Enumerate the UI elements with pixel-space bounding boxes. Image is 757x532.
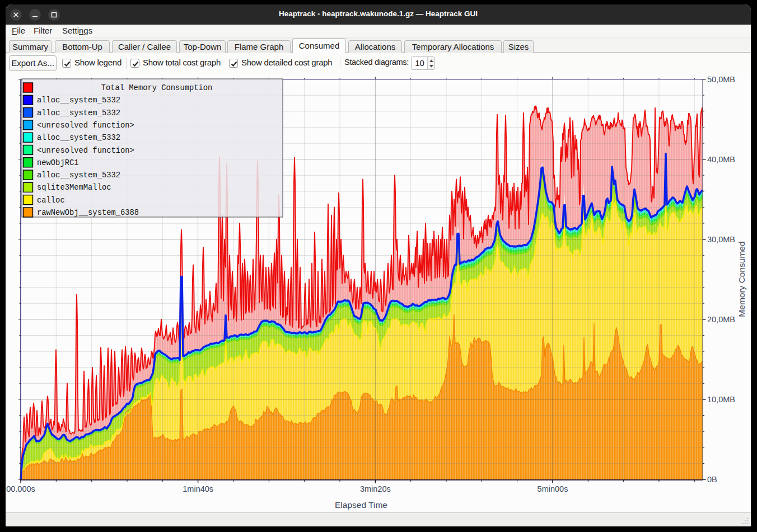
svg-text:<unresolved function>: <unresolved function>: [37, 147, 134, 155]
svg-text:alloc__system_5332: alloc__system_5332: [37, 134, 120, 142]
svg-text:00.000s: 00.000s: [6, 484, 35, 493]
svg-text:alloc__system_5332: alloc__system_5332: [37, 96, 120, 105]
svg-text:40,0MB: 40,0MB: [707, 155, 735, 164]
svg-text:50,0MB: 50,0MB: [707, 75, 735, 84]
svg-text:alloc__system_5332: alloc__system_5332: [37, 109, 120, 117]
svg-text:Elapsed Time: Elapsed Time: [335, 500, 387, 510]
svg-text:30,0MB: 30,0MB: [707, 235, 735, 244]
svg-text:5min00s: 5min00s: [538, 484, 568, 493]
svg-text:Memory Consumed: Memory Consumed: [737, 241, 746, 317]
svg-text:newObjRC1: newObjRC1: [37, 159, 79, 167]
svg-text:20,0MB: 20,0MB: [707, 315, 735, 324]
svg-text:Total Memory Consumption: Total Memory Consumption: [101, 84, 213, 92]
svg-text:calloc: calloc: [37, 196, 65, 205]
svg-text:1min40s: 1min40s: [183, 484, 213, 493]
svg-text:sqlite3MemMalloc: sqlite3MemMalloc: [37, 183, 111, 192]
svg-text:alloc__system_5332: alloc__system_5332: [37, 171, 120, 180]
svg-text:3min20s: 3min20s: [360, 484, 391, 493]
svg-text:0B: 0B: [707, 475, 717, 484]
svg-text:rawNewObj__system_6388: rawNewObj__system_6388: [37, 209, 139, 217]
svg-text:10,0MB: 10,0MB: [707, 395, 735, 404]
svg-text:<unresolved function>: <unresolved function>: [37, 121, 134, 130]
